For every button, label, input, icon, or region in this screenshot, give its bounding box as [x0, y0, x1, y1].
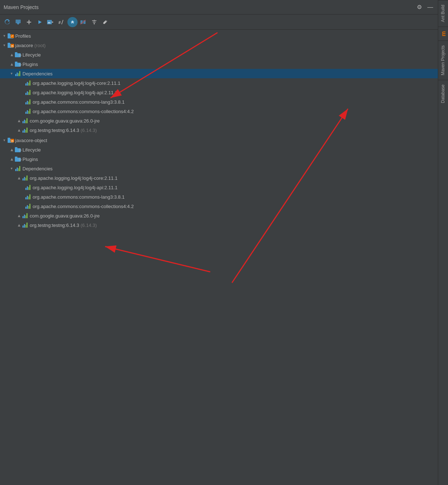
- dep1-label: org.apache.logging.log4j:log4j-core:2.11…: [33, 80, 120, 86]
- dep-obj2-icon: [25, 185, 31, 190]
- dep1-icon: [25, 80, 31, 86]
- dependencies2-item[interactable]: ▼ Dependencies: [0, 164, 438, 173]
- javacore-folder-icon: m: [7, 42, 14, 48]
- collapse-all-button[interactable]: [89, 17, 99, 27]
- dep-obj1-icon: [22, 175, 28, 181]
- plugins2-folder-icon: ⚙: [14, 156, 21, 162]
- dep3-icon: [25, 99, 31, 105]
- dep-obj5-arrow: ▶: [16, 213, 22, 219]
- javacore-label: javacore (root): [15, 43, 46, 48]
- dep-obj2-item[interactable]: ▶ org.apache.logging.log4j:log4j-api:2.1…: [0, 183, 438, 192]
- dep6-icon: [22, 127, 28, 133]
- maven-projects-tab[interactable]: Maven Projects: [438, 41, 448, 80]
- generate-sources-button[interactable]: [67, 17, 78, 27]
- dep6-label: org.testng:testng:6.14.3 (6.14.3): [30, 128, 97, 133]
- dep-obj2-label: org.apache.logging.log4j:log4j-api:2.11.…: [33, 185, 117, 190]
- plugins-arrow: ▶: [9, 61, 14, 67]
- svg-marker-2: [38, 20, 42, 24]
- javacore-object-arrow: ▼: [1, 137, 7, 143]
- lifecycle-folder-icon: ⚙: [14, 52, 21, 58]
- dep-obj5-item[interactable]: ▶ com.google.guava:guava:26.0-jre: [0, 211, 438, 220]
- lifecycle2-item[interactable]: ▶ ⚙ Lifecycle: [0, 145, 438, 154]
- plugins2-arrow: ▶: [9, 156, 14, 162]
- side-panel-tabs: Ant Build m Maven Projects Database: [438, 0, 448, 485]
- ant-build-tab[interactable]: Ant Build: [438, 0, 448, 26]
- svg-text:#: #: [58, 20, 61, 25]
- dep-obj5-label: com.google.guava:guava:26.0-jre: [30, 213, 100, 219]
- javacore-object-label: javacore-object: [15, 138, 47, 143]
- dependencies-arrow: ▼: [9, 71, 14, 76]
- lifecycle-label: Lifecycle: [22, 52, 41, 58]
- maven-icon-tab[interactable]: m: [438, 26, 448, 41]
- dep4-item[interactable]: ▶ org.apache.commons:commons-collections…: [0, 107, 438, 116]
- dep2-label: org.apache.logging.log4j:log4j-api:2.11.…: [33, 90, 117, 95]
- dep-obj3-item[interactable]: ▶ org.apache.commons:commons-lang3:3.8.1: [0, 192, 438, 202]
- dep3-item[interactable]: ▶ org.apache.commons:commons-lang3:3.8.1: [0, 97, 438, 107]
- javacore-root-item[interactable]: ▼ m javacore (root): [0, 41, 438, 50]
- dep-obj4-label: org.apache.commons:commons-collections4:…: [33, 204, 134, 209]
- plugins-label: Plugins: [22, 62, 38, 67]
- dependencies2-arrow: ▼: [9, 166, 14, 171]
- add-maven-project-button[interactable]: [24, 17, 34, 27]
- lifecycle-item[interactable]: ▶ ⚙ Lifecycle: [0, 50, 438, 59]
- title-bar: Maven Projects ⚙ —: [0, 0, 438, 14]
- dep-obj4-item[interactable]: ▶ org.apache.commons:commons-collections…: [0, 202, 438, 211]
- dep3-label: org.apache.commons:commons-lang3:3.8.1: [33, 99, 125, 105]
- dep2-item[interactable]: ▶ org.apache.logging.log4j:log4j-api:2.1…: [0, 88, 438, 97]
- profiles-item[interactable]: ▼ ✓ Profiles: [0, 31, 438, 41]
- tree-view: ▼ ✓ Profiles ▼ m javacore (ro: [0, 30, 438, 485]
- maven-execute-button[interactable]: m: [46, 17, 56, 27]
- dep5-icon: [22, 118, 28, 124]
- plugins-folder-icon: ⚙: [14, 61, 21, 67]
- dependencies2-folder-icon: [14, 166, 21, 171]
- dep-obj1-item[interactable]: ▶ org.apache.logging.log4j:log4j-core:2.…: [0, 173, 438, 183]
- dep-obj1-arrow: ▶: [16, 175, 22, 181]
- wrench-button[interactable]: [100, 17, 110, 27]
- database-tab[interactable]: Database: [438, 80, 448, 107]
- dep4-label: org.apache.commons:commons-collections4:…: [33, 109, 134, 114]
- lifecycle2-folder-icon: ⚙: [14, 147, 21, 153]
- dep-obj3-label: org.apache.commons:commons-lang3:3.8.1: [33, 194, 125, 200]
- plugins-item[interactable]: ▶ ⚙ Plugins: [0, 59, 438, 69]
- toolbar: m #: [0, 14, 438, 30]
- settings-icon[interactable]: ⚙: [415, 3, 423, 11]
- dependencies-item[interactable]: ▼ Dependencies: [0, 69, 438, 78]
- refresh-button[interactable]: [2, 17, 12, 27]
- dep5-arrow: ▶: [16, 118, 22, 124]
- svg-text:m: m: [48, 21, 50, 24]
- dep-obj6-arrow: ▶: [16, 222, 22, 228]
- svg-marker-5: [52, 21, 54, 23]
- lifecycle2-arrow: ▶: [9, 147, 14, 153]
- profiles-folder-icon: ✓: [7, 33, 14, 39]
- panel-title: Maven Projects: [4, 4, 38, 10]
- lifecycle2-label: Lifecycle: [22, 147, 41, 153]
- dep-obj6-icon: [22, 222, 28, 228]
- svg-line-7: [62, 20, 63, 24]
- dep6-item[interactable]: ▶ org.testng:testng:6.14.3 (6.14.3): [0, 125, 438, 135]
- skip-tests-button[interactable]: [78, 17, 88, 27]
- dep2-icon: [25, 90, 31, 95]
- javacore-arrow: ▼: [1, 42, 7, 48]
- javacore-object-item[interactable]: ▼ m javacore-object: [0, 136, 438, 145]
- dep6-arrow: ▶: [16, 127, 22, 133]
- dep-obj3-icon: [25, 194, 31, 200]
- dep4-icon: [25, 108, 31, 114]
- dep5-item[interactable]: ▶ com.google.guava:guava:26.0-jre: [0, 116, 438, 125]
- minimize-icon[interactable]: —: [426, 3, 434, 11]
- plugins2-item[interactable]: ▶ ⚙ Plugins: [0, 154, 438, 164]
- download-sources-button[interactable]: [13, 17, 23, 27]
- dep-obj5-icon: [22, 213, 28, 219]
- javacore-object-folder-icon: m: [7, 137, 14, 143]
- dep-obj4-icon: [25, 203, 31, 209]
- plugins2-label: Plugins: [22, 157, 38, 162]
- toggle-offline-button[interactable]: #: [57, 17, 67, 27]
- run-button[interactable]: [35, 17, 45, 27]
- dep1-item[interactable]: ▶ org.apache.logging.log4j:log4j-core:2.…: [0, 78, 438, 88]
- dependencies-folder-icon: [14, 71, 21, 76]
- dep5-label: com.google.guava:guava:26.0-jre: [30, 118, 100, 124]
- lifecycle-arrow: ▶: [9, 52, 14, 58]
- profiles-label: Profiles: [15, 33, 31, 39]
- dependencies-label: Dependencies: [22, 71, 53, 76]
- dep-obj6-item[interactable]: ▶ org.testng:testng:6.14.3 (6.14.3): [0, 220, 438, 230]
- dependencies2-label: Dependencies: [22, 166, 53, 171]
